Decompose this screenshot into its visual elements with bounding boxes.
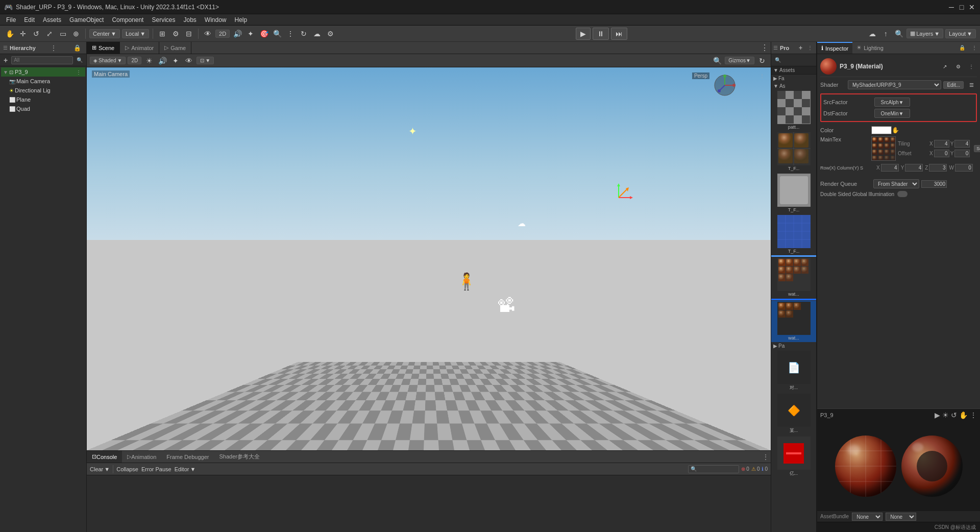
menu-edit[interactable]: Edit [20, 15, 39, 25]
rowcol-w-input[interactable] [955, 164, 973, 172]
shader-select[interactable]: MyShader/URP/P3_9 [848, 80, 941, 89]
scene-audio-btn[interactable]: 🔊 [157, 55, 168, 66]
tab-animation[interactable]: ▷ Animation [122, 451, 161, 463]
scene-extra-btn[interactable]: ⋮ [756, 70, 768, 81]
add-hierarchy-button[interactable]: + [2, 56, 9, 65]
asset-wat2[interactable]: wat... [771, 301, 816, 342]
preview-play-btn[interactable]: ▶ [935, 411, 940, 419]
step-button[interactable]: ⏭ [611, 28, 627, 40]
collapse-button[interactable]: Collapse [116, 466, 138, 472]
rowcol-x-input[interactable] [881, 164, 899, 172]
move-tool-button[interactable]: ✛ [17, 28, 29, 39]
maximize-button[interactable]: □ [958, 3, 966, 11]
asset-custom1[interactable]: 📄 对... [771, 350, 816, 393]
hierarchy-item-quad[interactable]: ⬜ Quad [1, 104, 85, 113]
asset-custom3[interactable]: 亿... [771, 436, 816, 478]
shader-options-btn[interactable]: ☰ [966, 79, 977, 90]
shader-edit-button[interactable]: Edit... [943, 81, 964, 89]
maintex-thumb[interactable] [871, 136, 896, 161]
shaded-view-button[interactable]: ◈ Shaded▼ [90, 57, 126, 64]
asset-bundle-select-2[interactable]: None [886, 513, 916, 521]
hierarchy-item-main-camera[interactable]: 📷 Main Camera [1, 77, 85, 86]
search-global-button[interactable]: 🔍 [893, 28, 904, 39]
scene-lighting-btn[interactable]: ☀ [143, 55, 155, 66]
refresh-button[interactable]: ↻ [298, 28, 309, 39]
double-sided-toggle[interactable] [897, 191, 908, 197]
menu-gameobject[interactable]: GameObject [65, 15, 108, 25]
hierarchy-filter-button[interactable]: 🔍 [75, 57, 84, 63]
scene-resolution-btn[interactable]: ⊡▼ [197, 57, 214, 64]
menu-window[interactable]: Window [201, 15, 231, 25]
project-search-toggle[interactable]: 🔍 [773, 57, 782, 63]
clear-button[interactable]: Clear ▼ [90, 466, 110, 472]
asset-patt[interactable]: patt... [771, 90, 816, 131]
audio-button[interactable]: 🔊 [232, 28, 243, 39]
render-queue-select[interactable]: From Shader Background Geometry Transpar… [873, 179, 919, 188]
preview-pan-btn[interactable]: ✋ [959, 411, 968, 419]
local-global-button[interactable]: Local ▼ [122, 29, 149, 38]
cloud-button[interactable]: ☁ [311, 28, 323, 39]
console-search-input[interactable] [688, 465, 739, 473]
project-add-button[interactable]: + [797, 44, 804, 52]
play-button[interactable]: ▶ [576, 28, 591, 40]
pause-button[interactable]: ⏸ [593, 28, 609, 40]
p3-9-menu-button[interactable]: ⋮ [74, 69, 83, 75]
menu-help[interactable]: Help [231, 15, 252, 25]
search-scene-button[interactable]: 🔍 [272, 28, 283, 39]
rect-tool-button[interactable]: ▭ [57, 28, 68, 39]
2d-mode-button[interactable]: 2D [215, 30, 230, 38]
scale-tool-button[interactable]: ⤢ [44, 28, 55, 39]
offset-y-input[interactable] [954, 150, 970, 157]
eyedropper-icon[interactable]: ✋ [892, 127, 899, 134]
hand-tool-button[interactable]: ✋ [4, 28, 15, 39]
hierarchy-search-input[interactable] [11, 56, 73, 64]
tab-game[interactable]: ▷ Game [159, 42, 191, 54]
inspector-more-btn[interactable]: ⋮ [969, 42, 980, 54]
more-scene-button[interactable]: ⋮ [285, 28, 296, 39]
maintex-select-button[interactable]: Select [974, 145, 980, 152]
transform-tool-button[interactable]: ⊕ [70, 28, 82, 39]
material-menu-btn[interactable]: ⋮ [966, 61, 977, 72]
view-tabs-more-button[interactable]: ⋮ [758, 43, 771, 53]
editor-button[interactable]: Editor ▼ [175, 466, 196, 472]
color-swatch[interactable] [871, 126, 892, 134]
sphere-right[interactable] [901, 436, 963, 497]
menu-services[interactable]: Services [148, 15, 179, 25]
menu-jobs[interactable]: Jobs [179, 15, 200, 25]
scene-search-btn[interactable]: 🔍 [712, 55, 723, 66]
2d-view-button[interactable]: 2D [128, 57, 141, 64]
asset-bundle-select-1[interactable]: None [852, 513, 883, 521]
hierarchy-lock-button[interactable]: 🔒 [71, 44, 83, 52]
tab-animator[interactable]: ▷ Animator [120, 42, 159, 54]
gizmo-toggle-button[interactable]: 👁 [202, 28, 213, 39]
cloud-sync-button[interactable]: ↑ [880, 28, 891, 39]
project-menu-button[interactable]: ⋮ [806, 44, 814, 51]
grid-settings-button[interactable]: ⚙ [170, 28, 181, 39]
preview-light-btn[interactable]: ☀ [942, 411, 949, 419]
menu-assets[interactable]: Assets [39, 15, 65, 25]
hierarchy-item-p3-9[interactable]: ▼ ⊡ P3_9 ⋮ [1, 67, 85, 77]
tab-console[interactable]: ⊡ Console [87, 451, 122, 463]
menu-file[interactable]: File [2, 15, 20, 25]
account-button[interactable]: ⚙ [325, 28, 336, 39]
close-button[interactable]: ✕ [968, 3, 976, 11]
scene-persp-btn[interactable]: ↻ [756, 55, 768, 66]
collab-button[interactable]: ☁ [867, 28, 878, 39]
section-pa[interactable]: ▶ Pa [771, 342, 816, 350]
rowcol-z-input[interactable] [929, 164, 947, 172]
scene-hide-btn[interactable]: 👁 [183, 55, 194, 66]
asset-tf1[interactable]: T_F... [771, 131, 816, 173]
rotate-tool-button[interactable]: ↺ [31, 28, 42, 39]
grid-snap-button[interactable]: ⊞ [157, 28, 168, 39]
assets-section-label[interactable]: ▼ Assets [773, 67, 795, 73]
section-as[interactable]: ▼ As [771, 82, 816, 90]
dst-factor-dropdown[interactable]: OneMin▼ [874, 109, 910, 118]
tiling-x-input[interactable] [934, 140, 949, 148]
hierarchy-menu-button[interactable]: ⋮ [48, 44, 59, 52]
section-fa[interactable]: ▶ Fa [771, 75, 816, 82]
render-queue-input[interactable] [921, 180, 947, 188]
preview-rotate-btn[interactable]: ↺ [951, 411, 957, 419]
asset-tf3[interactable]: T_F... [771, 214, 816, 255]
gizmos-button[interactable]: 🎯 [258, 28, 270, 39]
sphere-left[interactable] [835, 436, 896, 497]
